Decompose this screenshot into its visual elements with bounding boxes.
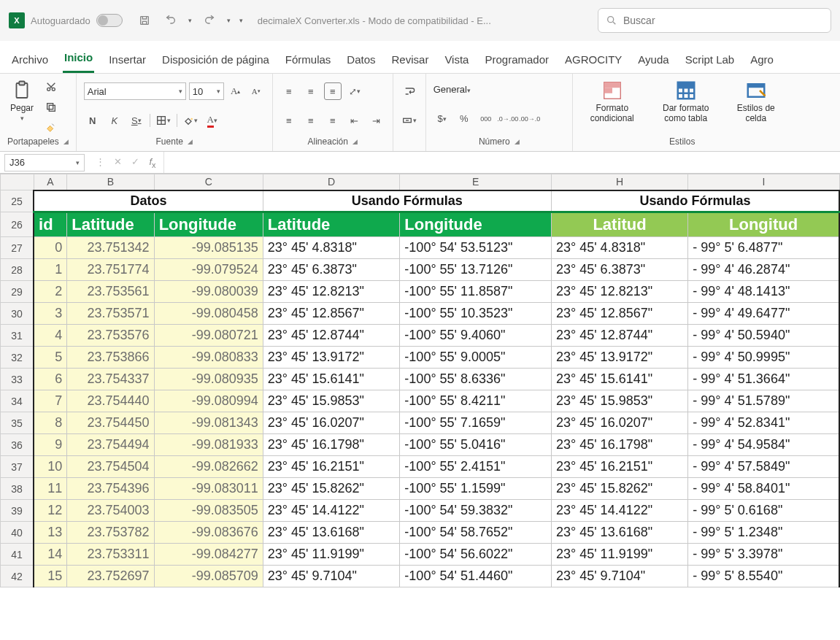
align-right-icon[interactable]: ≡: [324, 112, 342, 129]
cell[interactable]: - 99° 4' 48.1413": [688, 281, 839, 303]
cell[interactable]: - 99° 4' 52.8341": [688, 412, 839, 434]
cell[interactable]: 8: [34, 412, 67, 434]
cell[interactable]: 23.754337: [67, 369, 154, 390]
cell[interactable]: 12: [34, 500, 67, 522]
font-name-select[interactable]: Arial▾: [84, 82, 186, 100]
number-format-select[interactable]: General▾: [434, 84, 565, 95]
italic-button[interactable]: K: [106, 112, 123, 129]
autosave-toggle[interactable]: Autoguardado: [31, 14, 123, 27]
cell[interactable]: -99.080458: [154, 303, 263, 325]
row-header[interactable]: 30: [1, 303, 34, 325]
format-as-table-button[interactable]: Dar formato como tabla: [650, 78, 722, 125]
cell[interactable]: - 99° 5' 3.3978": [688, 544, 839, 566]
search-input[interactable]: [623, 15, 823, 26]
cell[interactable]: -100° 55' 8.4211": [400, 390, 552, 412]
copy-icon[interactable]: [42, 99, 60, 116]
cell[interactable]: Longitud: [688, 212, 839, 237]
cell[interactable]: -100° 54' 51.4460": [400, 566, 552, 587]
align-left-icon[interactable]: ≡: [280, 112, 298, 129]
cell[interactable]: 23.752697: [67, 566, 154, 587]
cell[interactable]: 23° 45' 14.4122": [263, 500, 400, 522]
cell[interactable]: 23° 45' 15.6141": [551, 369, 687, 390]
tab-insertar[interactable]: Insertar: [107, 49, 147, 73]
search-box[interactable]: [598, 8, 831, 33]
row-header[interactable]: 25: [1, 190, 34, 212]
cell[interactable]: 23° 45' 16.2151": [551, 456, 687, 478]
cell[interactable]: -100° 55' 11.8587": [400, 281, 552, 303]
cell[interactable]: -99.085709: [154, 566, 263, 587]
cell[interactable]: 23.751342: [67, 237, 154, 259]
row-header[interactable]: 31: [1, 325, 34, 347]
cell[interactable]: 13: [34, 522, 67, 544]
cell[interactable]: -99.081933: [154, 434, 263, 456]
cell[interactable]: -100° 55' 9.4060": [400, 325, 552, 347]
cell[interactable]: 23.754396: [67, 478, 154, 500]
cell[interactable]: 1: [34, 259, 67, 281]
cell[interactable]: -100° 54' 59.3832": [400, 500, 552, 522]
percent-format-icon[interactable]: %: [455, 110, 473, 128]
wrap-text-icon[interactable]: [401, 82, 418, 100]
undo-dropdown-icon[interactable]: ▾: [188, 17, 192, 24]
row-header[interactable]: 28: [1, 259, 34, 281]
cell[interactable]: 23° 45' 14.4122": [551, 500, 687, 522]
cell[interactable]: Longitude: [154, 212, 263, 237]
tab-agrocity[interactable]: AGROCITY: [563, 49, 623, 73]
cell[interactable]: 23.754450: [67, 412, 154, 434]
col-header[interactable]: D: [263, 174, 400, 190]
col-header[interactable]: B: [67, 174, 154, 190]
cell[interactable]: 23° 45' 16.1798": [551, 434, 687, 456]
col-header[interactable]: E: [400, 174, 552, 190]
cell[interactable]: - 99° 5' 6.4877": [688, 237, 839, 259]
cell[interactable]: 23° 45' 12.8744": [551, 325, 687, 347]
cell[interactable]: 23° 45' 6.3873": [551, 259, 687, 281]
row-header[interactable]: 42: [1, 566, 34, 587]
tab-inicio[interactable]: Inicio: [63, 47, 94, 73]
cell[interactable]: -99.080833: [154, 347, 263, 369]
cell[interactable]: 14: [34, 544, 67, 566]
cell[interactable]: Latitud: [551, 212, 687, 237]
cancel-formula-icon[interactable]: ✕: [111, 156, 124, 169]
cell[interactable]: 23.753866: [67, 347, 154, 369]
redo-dropdown-icon[interactable]: ▾: [227, 17, 231, 24]
cell[interactable]: 4: [34, 325, 67, 347]
cell[interactable]: 5: [34, 347, 67, 369]
align-center-icon[interactable]: ≡: [302, 112, 320, 129]
cell[interactable]: -100° 55' 8.6336": [400, 369, 552, 390]
cell[interactable]: 23.754440: [67, 390, 154, 412]
cell[interactable]: 23° 45' 15.8262": [551, 478, 687, 500]
row-header[interactable]: 27: [1, 237, 34, 259]
cell[interactable]: id: [34, 212, 67, 237]
toggle-icon[interactable]: [96, 14, 123, 27]
cell[interactable]: -99.080935: [154, 369, 263, 390]
cell[interactable]: 23° 45' 16.0207": [551, 412, 687, 434]
cell[interactable]: 9: [34, 434, 67, 456]
cell[interactable]: 23° 45' 4.8318": [551, 237, 687, 259]
cell[interactable]: 23° 45' 13.9172": [263, 347, 400, 369]
formula-input[interactable]: [163, 152, 840, 173]
cell[interactable]: 23° 45' 15.8262": [263, 478, 400, 500]
row-header[interactable]: 41: [1, 544, 34, 566]
tab-agro[interactable]: Agro: [749, 49, 775, 73]
accept-formula-icon[interactable]: ✓: [128, 156, 142, 169]
cell[interactable]: -99.083676: [154, 522, 263, 544]
fill-color-button[interactable]: ▾: [182, 112, 199, 129]
cell[interactable]: -99.080721: [154, 325, 263, 347]
accounting-format-icon[interactable]: $▾: [434, 110, 451, 128]
decrease-decimal-icon[interactable]: .00→.0: [521, 110, 539, 128]
cell[interactable]: 23° 45' 13.6168": [551, 522, 687, 544]
cell[interactable]: 23.754504: [67, 456, 154, 478]
redo-icon[interactable]: [201, 12, 218, 29]
tab-archivo[interactable]: Archivo: [10, 49, 50, 73]
decrease-indent-icon[interactable]: ⇤: [346, 112, 363, 129]
row-header[interactable]: 36: [1, 434, 34, 456]
row-header[interactable]: 39: [1, 500, 34, 522]
cell[interactable]: 23° 45' 15.9853": [551, 390, 687, 412]
cell[interactable]: 23.753311: [67, 544, 154, 566]
dialog-launcher-icon[interactable]: ◢: [63, 138, 69, 145]
cell[interactable]: -100° 54' 58.7652": [400, 522, 552, 544]
dialog-launcher-icon[interactable]: ◢: [352, 138, 358, 145]
cell[interactable]: -99.080039: [154, 281, 263, 303]
cell[interactable]: - 99° 4' 50.9995": [688, 347, 839, 369]
cell[interactable]: Usando Fórmulas: [551, 190, 839, 212]
col-header[interactable]: H: [551, 174, 687, 190]
